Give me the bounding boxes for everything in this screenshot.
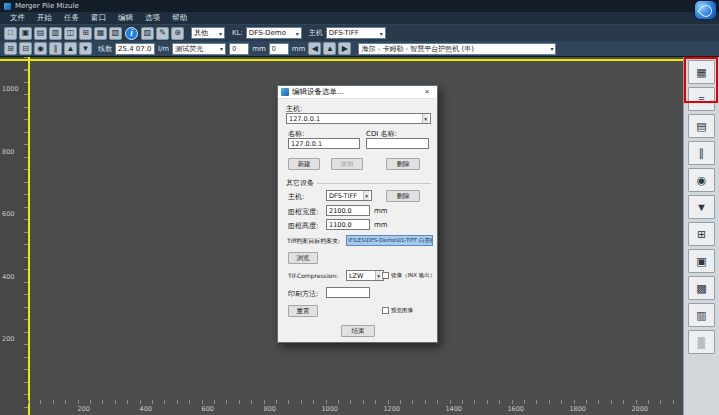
side-tool-icon[interactable]: ▼ (688, 195, 715, 219)
remove-device-button[interactable]: 删除 (386, 190, 420, 202)
host-combo[interactable]: DFS-TIFF ▾ (326, 27, 386, 39)
profile-combo[interactable]: 海尔 - 卡姆勒 - 智慧平台护照机 (串) ▾ (358, 43, 556, 55)
toolbar-icon[interactable]: ▼ (79, 42, 92, 55)
close-icon[interactable]: × (420, 86, 434, 98)
ruler-number: 1600 (462, 404, 524, 414)
height-label: 图框高度: (288, 221, 318, 231)
profile-combo-value: 海尔 - 卡姆勒 - 智慧平台护照机 (串) (361, 44, 474, 54)
nav-arrow-icons: ◀▲▶ (308, 42, 351, 55)
tiff-folder-path[interactable]: \FILES\DFS-Demo\01-TIFF 白墨输出文件\ (346, 235, 433, 246)
preview-checkbox[interactable]: 预览图像 (382, 307, 413, 314)
dialog-titlebar[interactable]: 编辑设备选单... × (278, 86, 437, 99)
other-combo[interactable]: 其他 ▾ (191, 27, 225, 39)
y-offset-input[interactable] (269, 43, 289, 55)
toolbar-icon[interactable]: ⊞ (79, 27, 92, 40)
end-button[interactable]: 结束 (341, 325, 375, 337)
height-input[interactable] (326, 219, 370, 230)
side-tool-icon[interactable]: ⊞ (688, 222, 715, 246)
x-offset-input[interactable] (229, 43, 249, 55)
toolbar-icon[interactable]: ◫ (64, 27, 77, 40)
toolbar-icon[interactable]: ▣ (19, 27, 32, 40)
toolbar-icon[interactable]: ▧ (109, 27, 122, 40)
other-host-label: 主机: (288, 192, 304, 202)
toolbar-icon[interactable]: ▥ (49, 27, 62, 40)
toolbar-icon[interactable]: ▲ (64, 42, 77, 55)
menu-item[interactable]: 帮助 (166, 13, 193, 23)
side-tool-icon[interactable]: ◉ (688, 168, 715, 192)
toolbar-icon[interactable]: ∥ (49, 42, 62, 55)
toolbar-icon[interactable]: ⊕ (171, 27, 184, 40)
method-input[interactable] (326, 287, 370, 298)
toolbar-icon[interactable]: ✎ (156, 27, 169, 40)
compression-label: Tif-Compression: (288, 272, 338, 279)
toolbar-icon[interactable]: ▦ (94, 27, 107, 40)
toolbar-icon[interactable]: ◉ (34, 42, 47, 55)
arrow-icon[interactable]: ▲ (323, 42, 336, 55)
chevron-down-icon: ▾ (363, 191, 369, 200)
side-tool-icon[interactable]: ▣ (688, 249, 715, 273)
menu-item[interactable]: 编辑 (112, 13, 139, 23)
width-label: 图框宽度: (288, 207, 318, 217)
host-select[interactable]: 127.0.0.1 ▾ (286, 113, 431, 124)
toolbar-icon[interactable]: □ (4, 27, 17, 40)
y-offset-unit: mm (292, 45, 306, 53)
reset-button[interactable]: 重置 (288, 305, 318, 317)
window-title: Merger Pile Mizule (15, 2, 79, 10)
chevron-down-icon: ▾ (375, 271, 381, 280)
new-button[interactable]: 新建 (288, 158, 320, 170)
ruler-number: 800 (2, 148, 19, 211)
ruler-number: 600 (152, 404, 214, 414)
workspace: 1000800600400200 20040060080010001200140… (0, 57, 719, 415)
mirror-checkbox[interactable]: 镜像（INX 输出） (382, 272, 435, 279)
tiff-folder-label: Tiff档案目标档案夹: (287, 237, 340, 246)
mirror-checkbox-label: 镜像（INX 输出） (391, 272, 435, 279)
menubar: 文件开始任务窗口编辑选项帮助 (0, 12, 719, 24)
left-ruler-numbers: 1000800600400200 (2, 85, 19, 398)
kl-label: KL: (232, 29, 243, 37)
side-tool-icon[interactable]: ≡ (688, 87, 715, 111)
side-tool-icon[interactable]: ▥ (688, 303, 715, 327)
screening-combo[interactable]: 测试荧光 ▾ (172, 43, 226, 55)
cdi-name-input[interactable] (366, 138, 429, 149)
vertical-guide-line (28, 57, 30, 415)
side-tool-icon[interactable]: ▒ (688, 330, 715, 354)
menu-item[interactable]: 选项 (139, 13, 166, 23)
kl-combo-value: DFS-Demo (249, 29, 286, 37)
menu-item[interactable]: 开始 (31, 13, 58, 23)
line-count-value[interactable]: 25.4 07.0 (115, 43, 155, 55)
side-tool-icon[interactable]: ▤ (688, 114, 715, 138)
other-devices-section: 其它设备 (286, 178, 431, 188)
menu-item[interactable]: 文件 (4, 13, 31, 23)
horizontal-guide-line (0, 59, 683, 61)
toolbar-icon[interactable]: ▨ (141, 27, 154, 40)
ruler-number: 600 (2, 210, 19, 273)
remove-button[interactable]: 删除 (386, 158, 420, 170)
arrow-icon[interactable]: ▶ (338, 42, 351, 55)
toolbar-icon[interactable]: ⊟ (19, 42, 32, 55)
ruler-number: 1000 (276, 404, 338, 414)
kl-combo[interactable]: DFS-Demo ▾ (246, 27, 302, 39)
side-tool-icon[interactable]: ∥ (688, 141, 715, 165)
ruler-number: 400 (90, 404, 152, 414)
toolbar-icon[interactable]: ▤ (34, 27, 47, 40)
browse-button[interactable]: 浏览 (288, 252, 318, 264)
menu-item[interactable]: 任务 (58, 13, 85, 23)
other-host-select[interactable]: DFS-TIFF ▾ (326, 190, 372, 201)
app-icon (4, 3, 11, 10)
canvas[interactable]: 1000800600400200 20040060080010001200140… (0, 57, 683, 415)
width-input[interactable] (326, 205, 370, 216)
arrow-icon[interactable]: ◀ (308, 42, 321, 55)
host-combo-value: DFS-TIFF (329, 29, 359, 37)
name-input[interactable] (288, 138, 360, 149)
dialog-icon (281, 88, 289, 96)
side-tool-icon[interactable]: ▩ (688, 276, 715, 300)
compression-select[interactable]: LZW ▾ (346, 270, 384, 281)
compression-value: LZW (349, 272, 364, 280)
menu-item[interactable]: 窗口 (85, 13, 112, 23)
info-icon[interactable]: i (125, 27, 138, 40)
chevron-down-icon: ▾ (294, 30, 299, 37)
side-tool-icon[interactable]: ▦ (688, 60, 715, 84)
toolbar-icon[interactable]: ⊞ (4, 42, 17, 55)
add-button[interactable]: 添加 (331, 158, 363, 170)
chevron-down-icon: ▾ (218, 45, 223, 52)
